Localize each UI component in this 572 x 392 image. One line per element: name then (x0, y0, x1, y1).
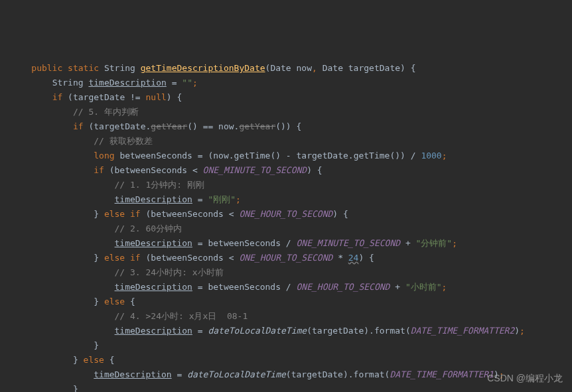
code-line: timeDescription = dateToLocalDateTime(ta… (11, 369, 504, 379)
code-line: } else if (betweenSeconds < ONE_HOUR_TO_… (11, 253, 374, 263)
code-line: // 获取秒数差 (11, 136, 153, 146)
code-line: if (targetDate.getYear() == now.getYear(… (11, 121, 301, 131)
code-line: timeDescription = betweenSeconds / ONE_H… (11, 282, 447, 292)
code-line: long betweenSeconds = (now.getTime() - t… (11, 151, 447, 161)
code-line: } else { (11, 296, 135, 306)
code-line: timeDescription = dateToLocalDateTime(ta… (11, 326, 525, 336)
code-line: } else { (11, 355, 115, 365)
method-declaration: getTimeDescriptionByDate (141, 63, 265, 73)
code-line: if (targetDate != null) { (11, 92, 182, 102)
code-line: // 5. 年内判断 (11, 107, 139, 117)
code-line: } (11, 340, 99, 350)
code-line: timeDescription = "刚刚"; (11, 194, 241, 204)
code-line: } (11, 384, 78, 392)
code-line: // 1. 1分钟内: 刚刚 (11, 180, 204, 190)
code-line: public static String getTimeDescriptionB… (11, 63, 416, 73)
code-line: String timeDescription = ""; (11, 78, 198, 88)
code-line: // 4. >24小时: x月x日 08-1 (11, 311, 248, 321)
code-line: // 2. 60分钟内 (11, 224, 182, 233)
code-line: } else if (betweenSeconds < ONE_HOUR_TO_… (11, 209, 348, 219)
code-line: timeDescription = betweenSeconds / ONE_M… (11, 238, 457, 248)
watermark-text: CSDN @编程小龙 (487, 371, 563, 385)
warning-underline: 24 (348, 253, 359, 263)
code-line: // 3. 24小时内: x小时前 (11, 267, 224, 277)
code-line: if (betweenSeconds < ONE_MINUTE_TO_SECON… (11, 165, 322, 175)
code-editor[interactable]: public static String getTimeDescriptionB… (0, 61, 572, 392)
